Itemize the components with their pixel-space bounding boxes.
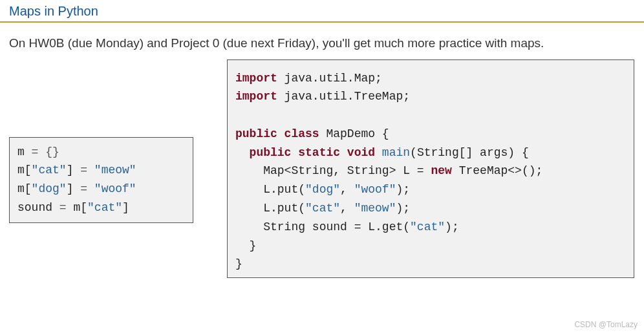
py-l4-a: sound [17,201,59,214]
jv-l6-b: TreeMap<>(); [452,164,542,177]
jv-l1-rest: java.util.Map; [277,72,382,85]
python-code-block: m = {} m["cat"] = "meow" m["dog"] = "woo… [9,137,193,223]
slide-header: Maps in Python [0,0,644,23]
py-l4-str: "cat" [87,201,122,214]
jv-l9-s1: "cat" [410,220,445,233]
jv-l7-pad [235,183,263,196]
slide-intro-text: On HW0B (due Monday) and Project 0 (due … [0,23,644,59]
py-l3-str1: "dog" [32,182,67,195]
jv-l5-pad [235,146,250,159]
py-l3-str2: "woof" [94,182,136,195]
py-l4-e: ] [122,201,129,214]
slide-title: Maps in Python [9,4,635,19]
py-l2-op: = [80,164,94,177]
jv-l8-pad [235,202,263,215]
py-l2-a: m[ [17,164,32,177]
jv-l7-s1: "dog" [305,183,340,196]
jv-l6-a: Map<String, String> L = [263,164,431,177]
jv-l2-kw: import [235,90,277,103]
jv-l7-a: L.put( [263,183,305,196]
jv-l5-fn: main [375,146,410,159]
jv-l7-s2: "woof" [354,183,396,196]
py-l2-str2: "meow" [94,164,136,177]
jv-l8-b: , [340,202,354,215]
py-l2-c: ] [67,164,81,177]
jv-l4-rest: MapDemo { [319,127,389,140]
py-l2-str1: "cat" [32,164,67,177]
jv-l1-kw: import [235,72,277,85]
py-l3-c: ] [67,182,81,195]
jv-l8-c: ); [396,202,410,215]
jv-l9-pad [235,220,263,233]
jv-l5-rest: (String[] args) { [410,146,529,159]
jv-l7-b: , [340,183,354,196]
py-l1-op: = {} [32,145,59,158]
py-l4-op: = [59,201,74,214]
py-l4-c: m[ [73,201,87,214]
jv-l8-s2: "meow" [354,202,396,215]
jv-l9-a: String sound = L.get( [263,220,410,233]
jv-l10-a: } [250,239,257,252]
jv-l6-kw: new [431,164,451,177]
jv-l11-a: } [235,257,242,270]
jv-l6-pad [235,164,263,177]
jv-l4-kw1: public [235,127,277,140]
jv-l5-kw1: public [250,146,292,159]
py-l3-a: m[ [17,182,32,195]
jv-l5-kw2: static [291,146,340,159]
py-l3-op: = [80,182,94,195]
jv-l8-a: L.put( [263,202,305,215]
jv-l2-rest: java.util.TreeMap; [277,90,410,103]
jv-l5-kw3: void [340,146,375,159]
watermark-text: CSDN @TomLazy [574,320,638,329]
code-columns: m = {} m["cat"] = "meow" m["dog"] = "woo… [0,59,644,279]
py-l1-var: m [17,145,32,158]
java-code-block: import java.util.Map; import java.util.T… [227,59,634,279]
jv-l4-kw2: class [277,127,319,140]
jv-l7-c: ); [396,183,410,196]
jv-l8-s1: "cat" [305,202,340,215]
jv-l10-pad [235,239,250,252]
jv-l9-b: ); [445,220,459,233]
